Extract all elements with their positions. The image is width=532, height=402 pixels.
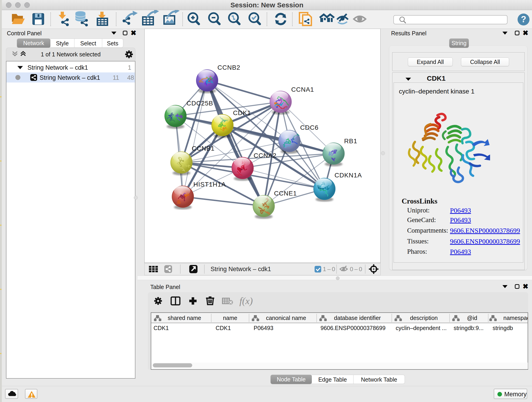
svg-text:canonical name: canonical name [266, 315, 306, 321]
svg-text:CCNE1: CCNE1 [274, 190, 297, 197]
svg-text:description: description [410, 315, 438, 321]
svg-text:1 – 0: 1 – 0 [323, 266, 335, 273]
svg-text:CDKN1A: CDKN1A [335, 172, 362, 179]
svg-text:RB1: RB1 [344, 138, 357, 145]
svg-text:CCNA1: CCNA1 [291, 86, 314, 93]
svg-text:String Network – cdk1: String Network – cdk1 [210, 266, 271, 273]
svg-text:CCNA2: CCNA2 [254, 152, 277, 159]
svg-text:shared name: shared name [168, 315, 201, 321]
svg-text:namespace: namespace [503, 315, 528, 321]
svg-text:?: ? [521, 14, 526, 24]
svg-text:name: name [223, 315, 237, 321]
svg-text:@id: @id [467, 315, 477, 321]
svg-text:CDC25B: CDC25B [186, 100, 213, 107]
svg-text:database identifier: database identifier [334, 315, 381, 321]
svg-text:CCNB2: CCNB2 [217, 64, 240, 71]
svg-text:CCNB1: CCNB1 [192, 145, 215, 152]
svg-text:CDC6: CDC6 [300, 124, 318, 131]
svg-text:CDK1: CDK1 [233, 109, 251, 116]
svg-text:HIST1H1A: HIST1H1A [193, 181, 226, 188]
svg-text:f(x): f(x) [239, 296, 253, 306]
svg-text:0 – 0: 0 – 0 [350, 266, 362, 273]
